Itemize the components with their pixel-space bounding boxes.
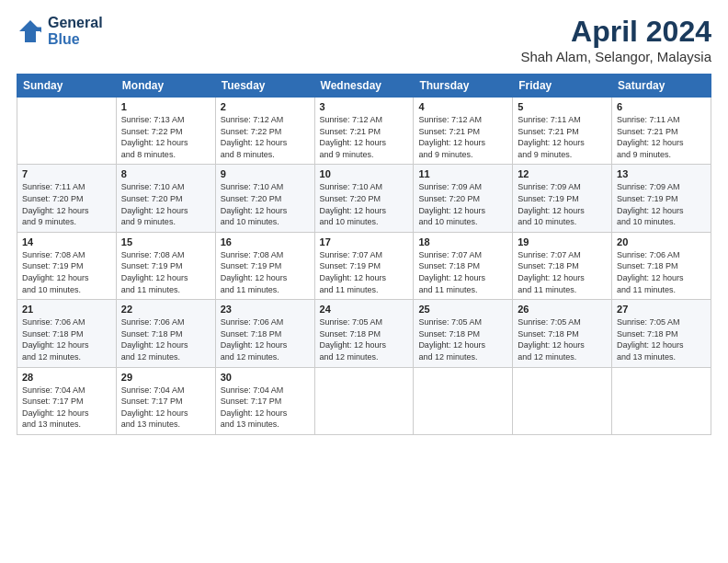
page: General Blue April 2024 Shah Alam, Selan… xyxy=(0,0,728,563)
day-number: 8 xyxy=(121,168,210,179)
day-number: 3 xyxy=(320,101,409,112)
day-number: 20 xyxy=(617,236,706,247)
day-number: 14 xyxy=(22,236,111,247)
day-number: 19 xyxy=(518,236,607,247)
day-cell: 10Sunrise: 7:10 AM Sunset: 7:20 PM Dayli… xyxy=(314,165,414,232)
svg-marker-0 xyxy=(19,20,41,42)
day-info: Sunrise: 7:05 AM Sunset: 7:18 PM Dayligh… xyxy=(418,316,507,362)
day-info: Sunrise: 7:12 AM Sunset: 7:21 PM Dayligh… xyxy=(320,114,409,160)
day-info: Sunrise: 7:06 AM Sunset: 7:18 PM Dayligh… xyxy=(617,249,706,295)
day-number: 30 xyxy=(221,372,310,383)
day-info: Sunrise: 7:07 AM Sunset: 7:19 PM Dayligh… xyxy=(320,249,409,295)
day-cell: 9Sunrise: 7:10 AM Sunset: 7:20 PM Daylig… xyxy=(215,165,314,232)
day-cell: 30Sunrise: 7:04 AM Sunset: 7:17 PM Dayli… xyxy=(215,367,314,434)
day-number: 21 xyxy=(22,304,111,315)
day-number: 15 xyxy=(121,236,210,247)
day-cell: 18Sunrise: 7:07 AM Sunset: 7:18 PM Dayli… xyxy=(414,232,513,299)
weekday-header-friday: Friday xyxy=(513,75,612,98)
day-info: Sunrise: 7:05 AM Sunset: 7:18 PM Dayligh… xyxy=(320,316,409,362)
day-cell: 13Sunrise: 7:09 AM Sunset: 7:19 PM Dayli… xyxy=(612,165,711,232)
day-info: Sunrise: 7:09 AM Sunset: 7:19 PM Dayligh… xyxy=(617,181,706,227)
day-info: Sunrise: 7:09 AM Sunset: 7:19 PM Dayligh… xyxy=(518,181,607,227)
day-info: Sunrise: 7:04 AM Sunset: 7:17 PM Dayligh… xyxy=(22,385,111,431)
day-info: Sunrise: 7:06 AM Sunset: 7:18 PM Dayligh… xyxy=(121,316,210,362)
month-title: April 2024 xyxy=(520,15,711,49)
day-cell: 3Sunrise: 7:12 AM Sunset: 7:21 PM Daylig… xyxy=(314,98,414,165)
day-cell: 5Sunrise: 7:11 AM Sunset: 7:21 PM Daylig… xyxy=(513,98,612,165)
day-info: Sunrise: 7:07 AM Sunset: 7:18 PM Dayligh… xyxy=(418,249,507,295)
day-info: Sunrise: 7:09 AM Sunset: 7:20 PM Dayligh… xyxy=(418,181,507,227)
day-cell: 6Sunrise: 7:11 AM Sunset: 7:21 PM Daylig… xyxy=(612,98,711,165)
day-number: 6 xyxy=(617,101,706,112)
day-number: 11 xyxy=(418,168,507,179)
day-number: 4 xyxy=(418,101,507,112)
day-number: 1 xyxy=(121,101,210,112)
day-info: Sunrise: 7:12 AM Sunset: 7:21 PM Dayligh… xyxy=(418,114,507,160)
weekday-header-row: SundayMondayTuesdayWednesdayThursdayFrid… xyxy=(17,75,711,98)
day-number: 17 xyxy=(320,236,409,247)
day-cell: 4Sunrise: 7:12 AM Sunset: 7:21 PM Daylig… xyxy=(414,98,513,165)
day-cell xyxy=(513,367,612,434)
logo-icon xyxy=(17,17,44,45)
day-cell: 11Sunrise: 7:09 AM Sunset: 7:20 PM Dayli… xyxy=(414,165,513,232)
day-cell: 24Sunrise: 7:05 AM Sunset: 7:18 PM Dayli… xyxy=(314,300,414,367)
logo: General Blue xyxy=(17,15,103,47)
day-number: 7 xyxy=(22,168,111,179)
day-cell: 20Sunrise: 7:06 AM Sunset: 7:18 PM Dayli… xyxy=(612,232,711,299)
title-block: April 2024 Shah Alam, Selangor, Malaysia xyxy=(520,15,711,64)
day-cell: 17Sunrise: 7:07 AM Sunset: 7:19 PM Dayli… xyxy=(314,232,414,299)
day-info: Sunrise: 7:11 AM Sunset: 7:20 PM Dayligh… xyxy=(22,181,111,227)
weekday-header-wednesday: Wednesday xyxy=(314,75,414,98)
day-number: 26 xyxy=(518,304,607,315)
day-cell: 26Sunrise: 7:05 AM Sunset: 7:18 PM Dayli… xyxy=(513,300,612,367)
day-cell: 27Sunrise: 7:05 AM Sunset: 7:18 PM Dayli… xyxy=(612,300,711,367)
weekday-header-tuesday: Tuesday xyxy=(215,75,314,98)
day-cell: 2Sunrise: 7:12 AM Sunset: 7:22 PM Daylig… xyxy=(215,98,314,165)
day-cell xyxy=(314,367,414,434)
day-info: Sunrise: 7:11 AM Sunset: 7:21 PM Dayligh… xyxy=(518,114,607,160)
week-row-2: 7Sunrise: 7:11 AM Sunset: 7:20 PM Daylig… xyxy=(17,165,711,232)
day-cell xyxy=(414,367,513,434)
day-info: Sunrise: 7:10 AM Sunset: 7:20 PM Dayligh… xyxy=(320,181,409,227)
day-number: 23 xyxy=(221,304,310,315)
day-number: 18 xyxy=(418,236,507,247)
day-cell: 16Sunrise: 7:08 AM Sunset: 7:19 PM Dayli… xyxy=(215,232,314,299)
day-number: 2 xyxy=(221,101,310,112)
day-info: Sunrise: 7:10 AM Sunset: 7:20 PM Dayligh… xyxy=(121,181,210,227)
weekday-header-saturday: Saturday xyxy=(612,75,711,98)
day-number: 12 xyxy=(518,168,607,179)
week-row-1: 1Sunrise: 7:13 AM Sunset: 7:22 PM Daylig… xyxy=(17,98,711,165)
day-info: Sunrise: 7:06 AM Sunset: 7:18 PM Dayligh… xyxy=(221,316,310,362)
day-cell: 7Sunrise: 7:11 AM Sunset: 7:20 PM Daylig… xyxy=(17,165,117,232)
day-info: Sunrise: 7:06 AM Sunset: 7:18 PM Dayligh… xyxy=(22,316,111,362)
day-cell: 29Sunrise: 7:04 AM Sunset: 7:17 PM Dayli… xyxy=(116,367,215,434)
day-number: 28 xyxy=(22,372,111,383)
day-info: Sunrise: 7:08 AM Sunset: 7:19 PM Dayligh… xyxy=(121,249,210,295)
logo-text: General Blue xyxy=(48,15,103,47)
location: Shah Alam, Selangor, Malaysia xyxy=(520,49,711,64)
day-info: Sunrise: 7:05 AM Sunset: 7:18 PM Dayligh… xyxy=(518,316,607,362)
day-cell: 28Sunrise: 7:04 AM Sunset: 7:17 PM Dayli… xyxy=(17,367,117,434)
day-info: Sunrise: 7:11 AM Sunset: 7:21 PM Dayligh… xyxy=(617,114,706,160)
day-cell: 22Sunrise: 7:06 AM Sunset: 7:18 PM Dayli… xyxy=(116,300,215,367)
day-cell: 23Sunrise: 7:06 AM Sunset: 7:18 PM Dayli… xyxy=(215,300,314,367)
day-number: 5 xyxy=(518,101,607,112)
day-info: Sunrise: 7:07 AM Sunset: 7:18 PM Dayligh… xyxy=(518,249,607,295)
day-info: Sunrise: 7:12 AM Sunset: 7:22 PM Dayligh… xyxy=(221,114,310,160)
day-cell xyxy=(17,98,117,165)
day-number: 13 xyxy=(617,168,706,179)
day-info: Sunrise: 7:05 AM Sunset: 7:18 PM Dayligh… xyxy=(617,316,706,362)
day-number: 10 xyxy=(320,168,409,179)
day-number: 16 xyxy=(221,236,310,247)
week-row-5: 28Sunrise: 7:04 AM Sunset: 7:17 PM Dayli… xyxy=(17,367,711,434)
week-row-3: 14Sunrise: 7:08 AM Sunset: 7:19 PM Dayli… xyxy=(17,232,711,299)
weekday-header-sunday: Sunday xyxy=(17,75,117,98)
day-cell: 1Sunrise: 7:13 AM Sunset: 7:22 PM Daylig… xyxy=(116,98,215,165)
day-info: Sunrise: 7:04 AM Sunset: 7:17 PM Dayligh… xyxy=(121,385,210,431)
day-info: Sunrise: 7:13 AM Sunset: 7:22 PM Dayligh… xyxy=(121,114,210,160)
day-cell: 25Sunrise: 7:05 AM Sunset: 7:18 PM Dayli… xyxy=(414,300,513,367)
day-cell: 21Sunrise: 7:06 AM Sunset: 7:18 PM Dayli… xyxy=(17,300,117,367)
day-cell: 8Sunrise: 7:10 AM Sunset: 7:20 PM Daylig… xyxy=(116,165,215,232)
day-number: 24 xyxy=(320,304,409,315)
day-number: 22 xyxy=(121,304,210,315)
